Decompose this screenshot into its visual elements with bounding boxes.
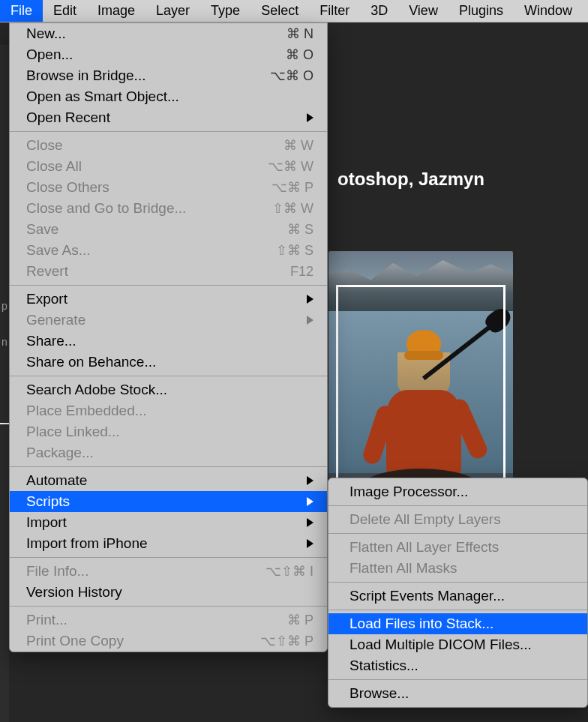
menu-item-shortcut: ⌘ S [287, 221, 314, 238]
menu-item-label: Save [26, 221, 58, 238]
file-menu-item-scripts[interactable]: Scripts [10, 491, 327, 512]
menu-item-label: Search Adobe Stock... [26, 382, 167, 398]
chevron-right-icon [307, 316, 314, 325]
crop-overlay-icon [336, 285, 506, 481]
file-menu-item-new[interactable]: New...⌘ N [10, 23, 327, 44]
menu-bar-item-view[interactable]: View [398, 0, 448, 22]
menu-bar-item-plugins[interactable]: Plugins [448, 0, 514, 22]
file-menu-item-import-from-iphone[interactable]: Import from iPhone [10, 533, 327, 554]
menu-item-label: Flatten All Masks [350, 560, 458, 577]
scripts-submenu-item-script-events-manager[interactable]: Script Events Manager... [328, 586, 587, 607]
file-menu-separator [10, 285, 327, 286]
menu-item-shortcut: ⌘ P [287, 612, 314, 628]
menu-item-label: Open as Smart Object... [26, 88, 179, 105]
menu-item-shortcut: ⌥⌘ P [272, 179, 314, 196]
scripts-submenu-item-browse[interactable]: Browse... [328, 683, 587, 704]
menu-item-label: Print One Copy [26, 633, 124, 649]
menu-item-shortcut: ⌘ O [286, 46, 314, 63]
chevron-right-icon [307, 539, 314, 548]
menu-item-shortcut: ⇧⌘ W [272, 200, 314, 217]
file-menu-item-share[interactable]: Share... [10, 331, 327, 352]
menu-item-label: Print... [26, 612, 68, 628]
scripts-submenu-item-image-processor[interactable]: Image Processor... [328, 481, 587, 502]
file-menu-item-open-as-smart-object[interactable]: Open as Smart Object... [10, 86, 327, 107]
menu-item-shortcut: ⌥⇧⌘ P [260, 633, 314, 649]
file-menu-dropdown: New...⌘ NOpen...⌘ OBrowse in Bridge...⌥⌘… [9, 22, 328, 652]
menu-item-label: Import from iPhone [26, 535, 148, 552]
scripts-submenu-separator [328, 505, 587, 506]
menu-bar: FileEditImageLayerTypeSelectFilter3DView… [0, 0, 588, 22]
file-menu-item-revert: RevertF12 [10, 261, 327, 282]
file-menu-item-save-as: Save As...⇧⌘ S [10, 240, 327, 261]
file-menu-item-automate[interactable]: Automate [10, 470, 327, 491]
menu-item-label: Close [26, 137, 63, 154]
file-menu-item-version-history[interactable]: Version History [10, 582, 327, 603]
menu-bar-item-filter[interactable]: Filter [309, 0, 360, 22]
menu-item-label: Delete All Empty Layers [350, 511, 501, 528]
chevron-right-icon [307, 476, 314, 485]
menu-item-label: Version History [26, 584, 122, 601]
scripts-submenu-item-load-multiple-dicom-files[interactable]: Load Multiple DICOM Files... [328, 634, 587, 655]
menu-item-label: Package... [26, 445, 94, 461]
menu-bar-item-edit[interactable]: Edit [43, 0, 87, 22]
menu-bar-item-type[interactable]: Type [200, 0, 250, 22]
menu-item-label: Browse in Bridge... [26, 67, 146, 84]
scripts-submenu-item-flatten-all-layer-effects: Flatten All Layer Effects [328, 537, 587, 558]
menu-bar-item-file[interactable]: File [0, 0, 43, 22]
file-menu-separator [10, 131, 327, 132]
menu-item-label: Close All [26, 158, 82, 175]
menu-item-label: Share... [26, 333, 76, 349]
chevron-right-icon [307, 113, 314, 122]
file-menu-item-close-and-go-to-bridge: Close and Go to Bridge...⇧⌘ W [10, 198, 327, 219]
menu-item-shortcut: F12 [290, 264, 314, 280]
menu-item-label: Open... [26, 46, 73, 63]
file-menu-item-export[interactable]: Export [10, 289, 327, 310]
file-menu-separator [10, 376, 327, 376]
scripts-submenu-item-load-files-into-stack[interactable]: Load Files into Stack... [328, 613, 587, 634]
menu-item-label: New... [26, 25, 66, 42]
menu-item-label: Automate [26, 472, 87, 489]
scripts-submenu-item-statistics[interactable]: Statistics... [328, 655, 587, 676]
file-menu-item-package: Package... [10, 442, 327, 463]
file-menu-item-import[interactable]: Import [10, 512, 327, 533]
file-menu-item-search-adobe-stock[interactable]: Search Adobe Stock... [10, 379, 327, 400]
scripts-submenu-separator [328, 533, 587, 534]
file-menu-item-save: Save⌘ S [10, 219, 327, 240]
menu-bar-item-image[interactable]: Image [87, 0, 146, 22]
menu-item-label: Save As... [26, 242, 91, 259]
file-menu-item-open[interactable]: Open...⌘ O [10, 44, 327, 65]
menu-item-label: Scripts [26, 493, 70, 510]
menu-item-label: Close and Go to Bridge... [26, 200, 186, 217]
scripts-submenu-separator [328, 582, 587, 583]
chevron-right-icon [307, 295, 314, 304]
file-menu-item-open-recent[interactable]: Open Recent [10, 107, 327, 128]
scripts-submenu: Image Processor...Delete All Empty Layer… [328, 478, 588, 708]
menu-item-label: Generate [26, 312, 86, 328]
menu-item-label: Flatten All Layer Effects [350, 539, 499, 556]
menu-item-label: Load Multiple DICOM Files... [350, 637, 532, 653]
file-menu-item-print: Print...⌘ P [10, 610, 327, 631]
chevron-right-icon [307, 518, 314, 527]
menu-bar-item-window[interactable]: Window [514, 0, 583, 22]
left-tool-strip: p n [0, 45, 9, 722]
welcome-heading: otoshop, Jazmyn [338, 169, 484, 190]
menu-item-label: Share on Behance... [26, 354, 156, 370]
file-menu-item-close-others: Close Others⌥⌘ P [10, 177, 327, 198]
menu-bar-item-select[interactable]: Select [250, 0, 309, 22]
file-menu-item-share-on-behance[interactable]: Share on Behance... [10, 352, 327, 373]
menu-item-label: Place Embedded... [26, 403, 147, 419]
file-menu-item-place-embedded: Place Embedded... [10, 400, 327, 421]
menu-item-label: Close Others [26, 179, 110, 196]
menu-item-shortcut: ⌥⇧⌘ I [266, 563, 314, 580]
menu-item-label: Browse... [350, 685, 409, 702]
menu-bar-item-layer[interactable]: Layer [146, 0, 200, 22]
menu-item-label: Place Linked... [26, 424, 120, 440]
file-menu-item-print-one-copy: Print One Copy⌥⇧⌘ P [10, 631, 327, 652]
file-menu-item-close: Close⌘ W [10, 135, 327, 156]
chevron-right-icon [307, 497, 314, 506]
menu-item-shortcut: ⌥⌘ O [270, 67, 314, 84]
menu-item-shortcut: ⇧⌘ S [276, 242, 314, 259]
file-menu-item-browse-in-bridge[interactable]: Browse in Bridge...⌥⌘ O [10, 65, 327, 86]
menu-bar-item-3d[interactable]: 3D [360, 0, 398, 22]
menu-item-label: Statistics... [350, 658, 418, 674]
